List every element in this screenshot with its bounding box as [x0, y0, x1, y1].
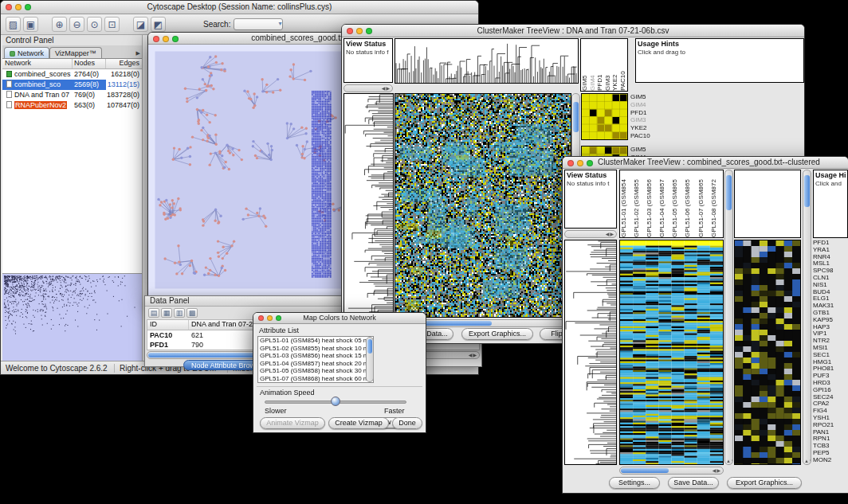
secondary-vscrollbar[interactable]: ▲▼	[803, 170, 811, 465]
correlation-matrix-1[interactable]	[581, 93, 628, 140]
column-label[interactable]: GPL51-01 (GSM854	[620, 170, 633, 237]
close-button[interactable]	[567, 160, 574, 166]
attribute-item[interactable]: GPL51-05 (GSM858) heat shock 30 min	[258, 367, 373, 375]
header-network[interactable]: Network	[2, 59, 73, 68]
save-data-button[interactable]: Save Data...	[668, 477, 719, 489]
attribute-grid-icon[interactable]: ▦	[161, 308, 172, 318]
scrollbar-thumb[interactable]	[367, 339, 372, 354]
annotation-icon[interactable]: ◪	[133, 17, 148, 32]
zoom-button[interactable]	[587, 160, 593, 166]
gene-label[interactable]: PFD1	[630, 109, 650, 117]
gene-label[interactable]: GIM5	[630, 146, 650, 154]
scrollbar-arrows-icon[interactable]: ◀▶	[606, 232, 614, 237]
list-vscrollbar[interactable]	[366, 337, 374, 382]
minimize-button[interactable]	[577, 160, 583, 166]
heatmap-hscrollbar[interactable]: ◀▶	[619, 467, 724, 475]
header-id[interactable]: ID	[147, 320, 189, 330]
open-session-icon[interactable]: ▨	[6, 17, 21, 32]
close-button[interactable]	[347, 28, 353, 34]
column-label[interactable]: GPL51-06 (GSM865	[684, 170, 697, 237]
save-session-icon[interactable]: ▣	[23, 17, 38, 32]
export-graphics-button[interactable]: Export Graphics...	[461, 328, 533, 340]
minimize-button[interactable]	[15, 4, 22, 10]
row-dendrogram[interactable]	[564, 240, 617, 465]
gene-label[interactable]: YKE2	[630, 124, 650, 132]
gene-label[interactable]: GIM4	[630, 101, 650, 109]
close-button[interactable]	[6, 4, 12, 10]
scrollbar-thumb[interactable]	[726, 175, 732, 210]
column-label[interactable]: GPL51-04 (GSM857	[658, 170, 671, 237]
network-table-row[interactable]: combined_scores 2764(0) 16218(0)	[2, 69, 142, 80]
scrollbar-arrows-icon[interactable]: ◀▶	[382, 86, 391, 92]
scrollbar-thumb[interactable]	[621, 468, 669, 473]
scrollbar-arrows-icon[interactable]: ▲▼	[726, 459, 733, 463]
network-overview-thumbnail[interactable]	[2, 273, 142, 361]
network-table-row[interactable]: combined_sco 2569(8) 13112(15)	[2, 80, 142, 90]
header-edges[interactable]: Edges	[106, 59, 142, 68]
status-hscrollbar[interactable]: ◀▶	[344, 84, 393, 92]
attribute-item[interactable]: GPL51-01 (GSM854) heat shock 05 min	[258, 337, 373, 345]
gene-label[interactable]: PAC10	[630, 132, 650, 140]
column-label[interactable]: GIM4	[589, 39, 597, 91]
tab-vizmapper[interactable]: VizMapper™	[49, 47, 102, 58]
import-attributes-icon[interactable]: ▩	[186, 308, 198, 318]
column-label[interactable]: GPL51-07 (GSM865	[697, 170, 710, 237]
gene-label[interactable]: GIM3	[630, 116, 650, 124]
attribute-item[interactable]: GPL51-02 (GSM855) heat shock 10 min	[258, 345, 373, 353]
zoom-button[interactable]	[172, 36, 179, 42]
scrollbar-thumb[interactable]	[804, 175, 810, 207]
minimize-button[interactable]	[267, 315, 273, 321]
column-label[interactable]: PFD1	[596, 39, 604, 91]
column-label[interactable]: GPL51-05 (GSM865	[671, 170, 684, 237]
column-label[interactable]: GPL51-03 (GSM856	[646, 170, 658, 237]
zoom-out-icon[interactable]: ⊖	[69, 17, 84, 32]
zoom-button[interactable]	[25, 4, 31, 10]
close-button[interactable]	[258, 315, 264, 321]
treeview-dna-titlebar[interactable]: ClusterMaker TreeView : DNA and Tran 07-…	[342, 25, 804, 37]
scrollbar-arrows-icon[interactable]: ◀▶	[469, 353, 477, 358]
gene-label[interactable]: GIM5	[630, 93, 650, 101]
heatmap-panel[interactable]	[395, 93, 571, 318]
export-graphics-button[interactable]: Export Graphics...	[727, 477, 802, 489]
zoom-button[interactable]	[366, 28, 372, 34]
animate-vizmap-button[interactable]: Animate Vizmap	[260, 417, 325, 429]
column-label[interactable]: GIM5	[581, 39, 589, 91]
heatmap-panel[interactable]	[619, 240, 724, 465]
secondary-heatmap-panel[interactable]	[734, 240, 801, 465]
scrollbar-arrows-icon[interactable]: ◀▶	[713, 468, 721, 474]
scrollbar-arrows-icon[interactable]: ▲▼	[804, 459, 811, 463]
vizmapper-icon[interactable]: ◩	[151, 17, 166, 32]
attribute-item[interactable]: GPL51-07 (GSM868) heat shock 60 min	[258, 375, 373, 383]
heatmap-vscrollbar[interactable]: ▲▼	[724, 170, 733, 465]
main-titlebar[interactable]: Cytoscape Desktop (Session Name: collins…	[1, 1, 478, 14]
header-nodes[interactable]: Nodes	[73, 59, 106, 68]
close-button[interactable]	[153, 36, 159, 42]
attribute-item[interactable]: GPL51-04 (GSM857) heat shock 20 min	[258, 360, 373, 368]
network-table-row[interactable]: RNAPuberNov2 563(0) 107847(0)	[2, 100, 142, 111]
column-label[interactable]: YKE2	[611, 39, 619, 91]
zoom-button[interactable]	[276, 315, 281, 321]
column-label[interactable]: PAC10	[619, 39, 627, 91]
status-hscrollbar[interactable]: ◀▶	[564, 230, 617, 238]
row-dendrogram[interactable]	[344, 93, 394, 318]
column-dendrogram[interactable]	[395, 38, 579, 84]
attribute-matrix-icon[interactable]: ▥	[174, 308, 185, 318]
zoom-fit-icon[interactable]: ⊡	[104, 17, 120, 32]
tab-overflow-arrow-icon[interactable]: ▶	[136, 50, 140, 57]
gene-label[interactable]: MON2	[813, 457, 848, 464]
zoom-in-icon[interactable]: ⊕	[52, 17, 67, 32]
column-label[interactable]: GPL51-08 (GSM872	[710, 170, 723, 237]
create-vizmap-button[interactable]: Create Vizmap	[328, 417, 389, 429]
column-label[interactable]: GPL51-02 (GSM855	[633, 170, 646, 237]
search-input[interactable]: ▾	[234, 18, 283, 30]
attribute-item[interactable]: GPL51-03 (GSM856) heat shock 15 min	[258, 352, 373, 360]
slider-thumb[interactable]	[331, 397, 340, 406]
minimize-button[interactable]	[163, 36, 169, 42]
scrollbar-thumb[interactable]	[573, 102, 579, 132]
zoom-selected-icon[interactable]: ⊙	[87, 17, 102, 32]
dialog-titlebar[interactable]: Map Colors to Network	[253, 313, 426, 324]
column-label[interactable]: GIM3	[604, 39, 612, 91]
network-table-row[interactable]: DNA and Tran 07 769(0) 183728(0)	[2, 90, 142, 100]
done-button[interactable]: Done	[392, 417, 422, 429]
attribute-select-icon[interactable]: ▤	[148, 308, 159, 318]
